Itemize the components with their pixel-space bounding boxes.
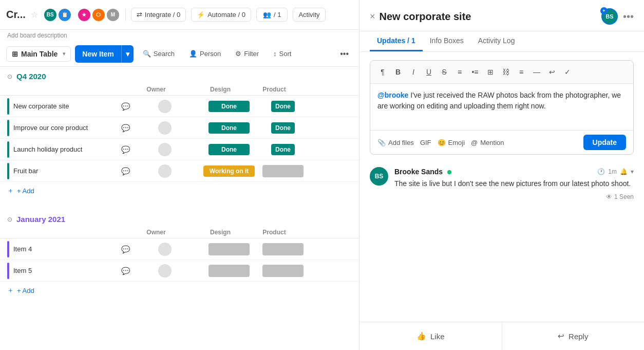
- row-owner: [134, 164, 196, 178]
- new-item-arrow-icon[interactable]: ▾: [122, 45, 134, 63]
- editor-underline-btn[interactable]: U: [422, 65, 436, 79]
- avatar: [158, 100, 172, 113]
- tab-updates[interactable]: Updates / 1: [370, 31, 423, 51]
- mention-button[interactable]: @ Mention: [471, 139, 504, 146]
- users-button[interactable]: 👥 / 1: [256, 8, 288, 22]
- update-submit-button[interactable]: Update: [583, 135, 626, 150]
- group-header-jan: ⊙ January 2021: [0, 210, 359, 227]
- product-badge: Done: [271, 101, 295, 112]
- add-label: + Add: [17, 187, 34, 195]
- person-icon: 👤: [189, 50, 197, 58]
- row-product: Done: [262, 101, 304, 112]
- emoji-button[interactable]: 😊 Emoji: [438, 139, 465, 146]
- editor-content[interactable]: @brooke I've just received the RAW photo…: [370, 84, 633, 130]
- sort-icon: ↕: [273, 50, 277, 58]
- reply-button[interactable]: ↩ Reply: [502, 322, 645, 350]
- new-item-button[interactable]: New Item ▾: [75, 45, 133, 63]
- row-product: [262, 265, 304, 277]
- table-row[interactable]: Launch holiday product 💬 Done Done: [0, 139, 359, 160]
- editor-paragraph-btn[interactable]: ¶: [375, 65, 390, 79]
- editor-undo-btn[interactable]: ↩: [545, 65, 559, 79]
- comment-icon-active[interactable]: 💬: [121, 102, 130, 110]
- table-row[interactable]: New corporate site 💬 Done Done: [0, 96, 359, 117]
- comment-icon[interactable]: 💬: [121, 124, 130, 132]
- comment-icon[interactable]: 💬: [121, 267, 130, 275]
- bell-icon: 🔔: [620, 168, 628, 175]
- toolbar-more-icon[interactable]: •••: [336, 47, 353, 61]
- editor-italic-btn[interactable]: I: [406, 65, 421, 79]
- table-row[interactable]: Item 5 💬: [0, 260, 359, 282]
- panel-more-button[interactable]: •••: [623, 11, 634, 23]
- panel-avatar-initials: BS: [605, 13, 613, 20]
- table-row[interactable]: Improve our core product 💬 Done Done: [0, 117, 359, 139]
- new-item-main[interactable]: New Item: [75, 45, 121, 63]
- editor-orderedlist-btn[interactable]: ≡: [452, 65, 467, 79]
- status-empty: [262, 265, 304, 277]
- col-product-header-2: Product: [254, 229, 295, 236]
- automate-icon: ⚡: [197, 11, 205, 19]
- comment-icon[interactable]: 💬: [121, 245, 130, 253]
- comment-meta: 🕐 1m 🔔 ▾: [597, 168, 634, 175]
- status-badge: Done: [209, 144, 250, 155]
- reply-bar: 👍 Like ↩ Reply: [359, 322, 644, 350]
- status-empty: [262, 243, 304, 255]
- table-row[interactable]: Fruit bar 💬 Working on it: [0, 160, 359, 182]
- integrate-button[interactable]: ⇄ Integrate / 0: [131, 8, 186, 22]
- avatar-plus-icon: +: [600, 7, 608, 14]
- group-title-q4[interactable]: Q4 2020: [16, 72, 46, 81]
- add-row-jan[interactable]: ＋ + Add: [0, 282, 359, 299]
- at-icon: @: [471, 139, 478, 146]
- emoji-icon: 😊: [438, 139, 446, 146]
- col-headers-jan: Owner Design Product: [0, 227, 359, 238]
- editor-bold-btn[interactable]: B: [391, 65, 405, 79]
- clock-icon: 🕐: [597, 168, 605, 175]
- editor-strikethrough-btn[interactable]: S: [437, 65, 451, 79]
- editor-table-btn[interactable]: ⊞: [483, 65, 498, 79]
- panel-header-right: + BS •••: [601, 8, 634, 25]
- row-product: Done: [262, 122, 304, 134]
- editor-link-btn[interactable]: ⛓: [499, 65, 513, 79]
- automate-button[interactable]: ⚡ Automate / 0: [191, 8, 251, 22]
- main-table-button[interactable]: ⊞ Main Table ▾: [6, 46, 71, 62]
- comment-header: Brooke Sands 🕐 1m 🔔 ▾: [394, 167, 634, 176]
- emoji-label: Emoji: [448, 139, 465, 146]
- person-button[interactable]: 👤 Person: [184, 47, 226, 61]
- avatar: [158, 243, 172, 256]
- tab-info[interactable]: Info Boxes: [423, 31, 471, 51]
- sort-button[interactable]: ↕ Sort: [268, 47, 296, 61]
- board-desc[interactable]: Add board description: [0, 30, 359, 41]
- star-icon[interactable]: ☆: [31, 10, 38, 20]
- col-product-header: Product: [254, 86, 295, 93]
- users-icon: 👥: [263, 11, 271, 19]
- avatar: [158, 143, 172, 156]
- activity-button[interactable]: Activity: [293, 8, 325, 22]
- top-bar: Cr... ☆ BS 📋 ★ ⬡ M ⇄ Integrate / 0 ⚡ Aut…: [0, 0, 359, 30]
- editor-check-btn[interactable]: ✓: [560, 65, 575, 79]
- add-files-button[interactable]: 📎 Add files: [377, 139, 414, 146]
- group-chevron-q4[interactable]: ⊙: [7, 73, 12, 80]
- panel-close-button[interactable]: ×: [370, 11, 375, 22]
- like-button[interactable]: 👍 Like: [359, 322, 502, 350]
- row-design: [196, 243, 262, 255]
- tab-activity[interactable]: Activity Log: [471, 31, 522, 51]
- table-row[interactable]: Item 4 💬: [0, 238, 359, 260]
- editor-hr-btn[interactable]: —: [529, 65, 544, 79]
- online-indicator: [447, 170, 451, 174]
- spacer: [0, 199, 359, 210]
- add-row-q4[interactable]: ＋ + Add: [0, 182, 359, 199]
- comment-icon[interactable]: 💬: [121, 145, 130, 154]
- group-title-jan[interactable]: January 2021: [16, 215, 65, 224]
- search-button[interactable]: 🔍 Search: [138, 47, 180, 61]
- left-panel: Cr... ☆ BS 📋 ★ ⬡ M ⇄ Integrate / 0 ⚡ Aut…: [0, 0, 359, 350]
- avatar-pink: ★: [77, 8, 91, 22]
- group-chevron-jan[interactable]: ⊙: [7, 216, 12, 223]
- right-panel: × New corporate site + BS ••• Updates / …: [359, 0, 644, 350]
- editor-align-btn[interactable]: ≡: [514, 65, 528, 79]
- add-label-2: + Add: [17, 287, 34, 294]
- gif-button[interactable]: GIF: [420, 139, 431, 146]
- comment-icon[interactable]: 💬: [121, 167, 130, 175]
- filter-button[interactable]: ⚙ Filter: [230, 47, 264, 61]
- main-table-label: Main Table: [21, 50, 58, 58]
- editor-unorderedlist-btn[interactable]: •≡: [468, 65, 482, 79]
- comment-avatar: BS: [370, 167, 388, 186]
